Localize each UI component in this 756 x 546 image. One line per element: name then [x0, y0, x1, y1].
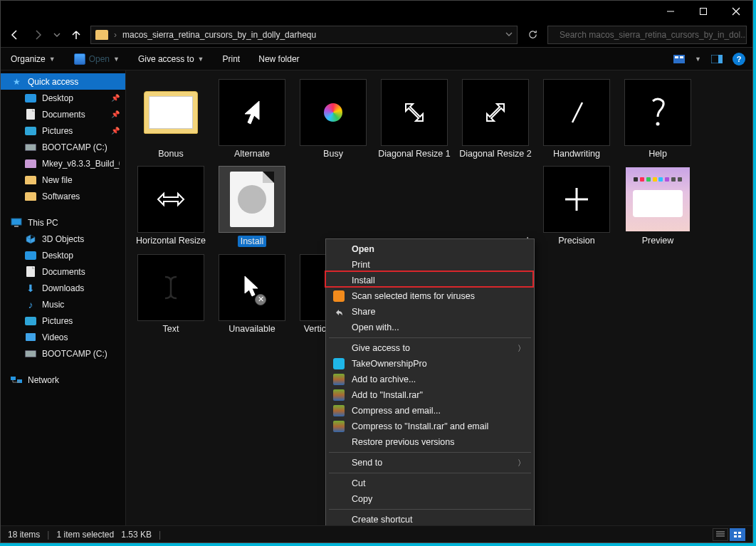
- file-item-help[interactable]: Help: [619, 76, 697, 160]
- address-chevron-down-icon[interactable]: [505, 30, 513, 40]
- view-large-icons-button[interactable]: [730, 528, 745, 541]
- menu-item-create-shortcut[interactable]: Create shortcut: [327, 512, 532, 525]
- sidebar-item-bootcamp2[interactable]: BOOTCAMP (C:): [1, 345, 125, 362]
- file-item-bonus[interactable]: Bonus: [132, 76, 210, 160]
- menu-item-compress-email[interactable]: Compress and email...: [327, 403, 532, 419]
- recent-chevron-down-icon[interactable]: [52, 26, 62, 43]
- sidebar-item-label: 3D Objects: [42, 234, 84, 244]
- svg-rect-7: [675, 56, 678, 58]
- menu-item-open[interactable]: Open: [327, 241, 532, 257]
- menu-label: Open with...: [352, 322, 399, 332]
- sidebar-item-downloads[interactable]: ⬇ Downloads: [1, 280, 125, 296]
- refresh-button[interactable]: [523, 26, 542, 44]
- menu-label: Share: [352, 307, 375, 317]
- drive-icon: [25, 144, 36, 151]
- sidebar-network[interactable]: Network: [1, 372, 125, 388]
- menu-label: Add to archive...: [352, 374, 416, 384]
- file-item-horizontal-resize[interactable]: Horizontal Resize: [132, 163, 210, 248]
- sidebar-item-music[interactable]: ♪ Music: [1, 296, 125, 313]
- file-item-normal[interactable]: al: [456, 163, 535, 248]
- menu-label: Copy: [352, 494, 372, 504]
- menu-item-restore[interactable]: Restore previous versions: [327, 434, 532, 450]
- organize-menu[interactable]: Organize ▼: [11, 54, 56, 64]
- file-item-preview[interactable]: Preview: [619, 163, 697, 248]
- file-label: Unavailable: [229, 324, 275, 334]
- menu-item-add-archive[interactable]: Add to archive...: [327, 372, 532, 387]
- file-item-precision[interactable]: Precision: [537, 163, 616, 248]
- sidebar-item-documents2[interactable]: Documents: [1, 263, 125, 280]
- menu-item-give-access[interactable]: Give access to 〉: [327, 340, 532, 356]
- menu-item-compress-rar-email[interactable]: Compress to "Install.rar" and email: [327, 419, 532, 434]
- star-icon: ★: [11, 76, 22, 88]
- minimize-button[interactable]: [654, 1, 687, 22]
- back-button[interactable]: [6, 26, 23, 43]
- menu-item-scan[interactable]: Scan selected items for viruses: [327, 288, 532, 304]
- item-view[interactable]: Bonus Alternate Busy Diagonal Re: [126, 70, 752, 525]
- pin-icon: 📌: [111, 127, 120, 135]
- preview-image-icon: [626, 167, 690, 231]
- menu-label: Cut: [352, 478, 365, 488]
- sidebar-item-desktop[interactable]: Desktop 📌: [1, 90, 125, 106]
- forward-button[interactable]: [29, 26, 46, 43]
- sidebar-item-newfile[interactable]: New file: [1, 172, 125, 188]
- preview-pane-icon[interactable]: [711, 53, 723, 65]
- file-item-install[interactable]: Install: [213, 163, 291, 248]
- menu-label: Restore previous versions: [352, 437, 455, 447]
- view-options-icon[interactable]: [673, 53, 685, 65]
- close-button[interactable]: [720, 1, 752, 22]
- address-bar[interactable]: › macos_sierra_retina_cursors_by_in_doll…: [90, 26, 518, 44]
- menu-item-share[interactable]: Share: [327, 304, 532, 320]
- give-access-menu[interactable]: Give access to ▼: [138, 54, 204, 64]
- sidebar-item-pictures[interactable]: Pictures 📌: [1, 122, 125, 139]
- file-item-alternate[interactable]: Alternate: [213, 76, 291, 160]
- file-item-busy[interactable]: Busy: [294, 76, 372, 160]
- sidebar-item-label: This PC: [28, 218, 58, 228]
- sidebar-item-videos[interactable]: Videos: [1, 329, 125, 345]
- cursor-precision-icon: [562, 185, 591, 214]
- chevron-down-icon[interactable]: ▼: [695, 56, 701, 63]
- new-folder-button[interactable]: New folder: [258, 54, 299, 64]
- print-button[interactable]: Print: [223, 54, 241, 64]
- menu-item-add-rar[interactable]: Add to "Install.rar": [327, 387, 532, 403]
- svg-rect-11: [11, 219, 21, 225]
- cursor-text-icon: [162, 274, 179, 301]
- music-icon: ♪: [25, 299, 36, 310]
- give-access-label: Give access to: [138, 54, 194, 64]
- file-item-diagonal-resize-1[interactable]: Diagonal Resize 1: [375, 76, 453, 160]
- file-item-handwriting[interactable]: Handwriting: [537, 76, 616, 160]
- sidebar-item-desktop2[interactable]: Desktop: [1, 247, 125, 263]
- view-details-button[interactable]: [713, 528, 728, 541]
- sidebar-item-mkey[interactable]: Mkey_v8.3.3_Build_06122017: [1, 155, 125, 172]
- file-item-text[interactable]: Text: [132, 251, 210, 335]
- menu-item-takeownership[interactable]: TakeOwnershipPro: [327, 356, 532, 372]
- maximize-button[interactable]: [687, 1, 720, 22]
- breadcrumb-folder[interactable]: macos_sierra_retina_cursors_by_in_dolly_…: [122, 30, 316, 40]
- sidebar-item-label: BOOTCAMP (C:): [42, 349, 107, 359]
- file-item-unavailable[interactable]: ✕ Unavailable: [213, 251, 291, 335]
- sidebar-item-3d-objects[interactable]: 3D Objects: [1, 231, 125, 247]
- menu-item-cut[interactable]: Cut: [327, 476, 532, 491]
- file-label: Diagonal Resize 2: [459, 149, 531, 159]
- help-button[interactable]: ?: [733, 53, 745, 65]
- sidebar-quick-access[interactable]: ★ Quick access: [1, 73, 125, 90]
- menu-label: Scan selected items for viruses: [352, 291, 475, 301]
- menu-item-print[interactable]: Print: [327, 257, 532, 273]
- menu-item-install[interactable]: Install: [327, 273, 532, 288]
- up-button[interactable]: [68, 26, 85, 43]
- open-menu[interactable]: Open ▼: [74, 53, 120, 65]
- file-item-diagonal-resize-2[interactable]: Diagonal Resize 2: [456, 76, 535, 160]
- cube-icon: [25, 233, 36, 245]
- sidebar-item-pictures2[interactable]: Pictures: [1, 313, 125, 329]
- menu-item-send-to[interactable]: Send to 〉: [327, 455, 532, 471]
- menu-item-copy[interactable]: Copy: [327, 491, 532, 507]
- open-label: Open: [89, 54, 110, 64]
- sidebar-this-pc[interactable]: This PC: [1, 214, 125, 231]
- sidebar-item-documents[interactable]: Documents 📌: [1, 106, 125, 122]
- pin-icon: 📌: [111, 94, 120, 102]
- search-box[interactable]: Search macos_sierra_retina_cursors_by_in…: [547, 26, 747, 44]
- cursor-busy-icon: [324, 103, 342, 122]
- menu-item-open-with[interactable]: Open with...: [327, 320, 532, 335]
- sidebar-item-softwares[interactable]: Softwares: [1, 188, 125, 204]
- title-bar: [1, 1, 752, 22]
- sidebar-item-bootcamp[interactable]: BOOTCAMP (C:): [1, 139, 125, 155]
